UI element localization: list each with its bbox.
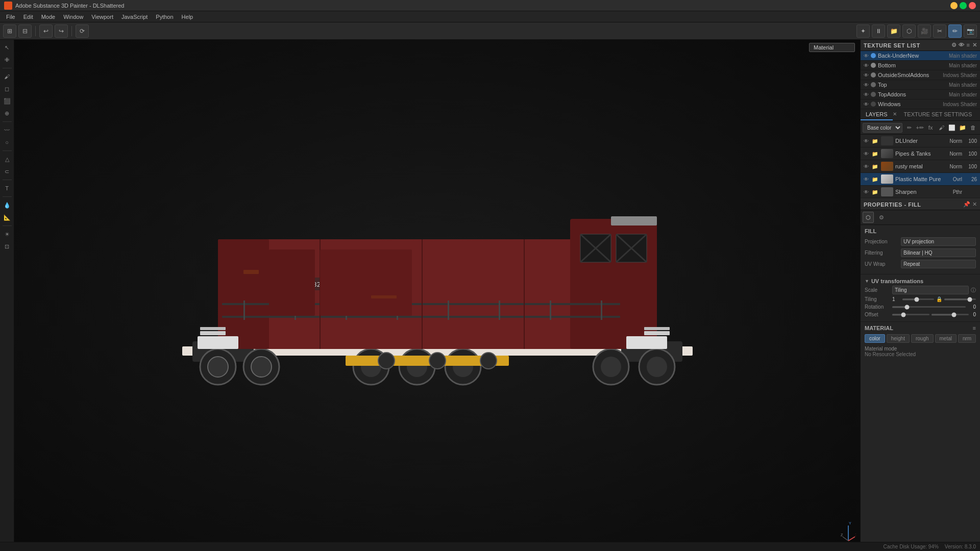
- menu-python[interactable]: Python: [152, 13, 177, 21]
- lt-blur-tool[interactable]: ○: [2, 137, 13, 148]
- tab-layers[interactable]: LAYERS: [861, 109, 893, 120]
- lt-smudge-tool[interactable]: 〰: [2, 124, 13, 136]
- layer-folder-4[interactable]: 📁: [872, 177, 879, 182]
- toolbar-folder-btn[interactable]: 📁: [887, 24, 900, 38]
- layer-fill-icon[interactable]: ⬜: [947, 122, 957, 133]
- menu-file[interactable]: File: [2, 13, 19, 21]
- prop-pin-icon[interactable]: 📌: [963, 201, 970, 208]
- layer-eye-4[interactable]: 👁: [864, 177, 870, 182]
- toolbar-redo-btn[interactable]: ↪: [55, 24, 68, 38]
- toolbar-camera-btn[interactable]: 🎥: [918, 24, 931, 38]
- layer-sharpen[interactable]: 👁 📁 Sharpen Pthr: [861, 186, 980, 198]
- menu-javascript[interactable]: JavaScript: [117, 13, 152, 21]
- uv-header[interactable]: ▼ UV transformations: [865, 277, 976, 286]
- rotation-slider[interactable]: [892, 306, 966, 308]
- layer-dlunder[interactable]: 👁 📁 DLUnder Norm 100: [861, 135, 980, 147]
- mat-tab-nrm[interactable]: nrm: [958, 334, 976, 343]
- tsl-close-icon[interactable]: ✕: [972, 42, 977, 48]
- scale-select[interactable]: Tiling Real World: [892, 286, 969, 294]
- texture-item-bottom[interactable]: 👁 Bottom Main shader: [861, 61, 980, 70]
- toolbar-snapshot-btn[interactable]: 📷: [964, 24, 977, 38]
- lt-paint-tool[interactable]: 🖌: [2, 71, 13, 82]
- layer-fx-icon[interactable]: fx: [926, 122, 936, 133]
- tsl-settings-icon[interactable]: ⚙: [951, 42, 957, 48]
- layer-trash-icon[interactable]: 🗑: [968, 122, 978, 133]
- tab-texture-set-settings[interactable]: TEXTURE SET SETTINGS: [899, 109, 977, 120]
- menu-mode[interactable]: Mode: [37, 13, 60, 21]
- mat-tab-rough[interactable]: rough: [911, 334, 934, 343]
- layer-eye-3[interactable]: 👁: [864, 164, 870, 169]
- tsl-list-icon[interactable]: ≡: [967, 42, 970, 48]
- layer-add-paint-icon[interactable]: +✏: [915, 122, 925, 133]
- toolbar-grid-btn[interactable]: ⊞: [3, 24, 16, 38]
- layer-brush-icon[interactable]: 🖌: [937, 122, 946, 133]
- prop-close-icon[interactable]: ✕: [972, 201, 977, 208]
- menu-viewport[interactable]: Viewport: [87, 13, 117, 21]
- layer-eye-2[interactable]: 👁: [864, 151, 870, 157]
- toolbar-pen-btn[interactable]: ✏: [948, 24, 962, 38]
- lt-env-tool[interactable]: ☀: [2, 229, 13, 240]
- texture-item-windows[interactable]: 👁 Windows Indows Shader: [861, 99, 980, 109]
- offset-slider-y[interactable]: [932, 314, 969, 315]
- tiling-slider-x[interactable]: [902, 298, 934, 300]
- close-button[interactable]: ✕: [969, 2, 976, 9]
- toolbar-pause-btn[interactable]: ⏸: [872, 24, 885, 38]
- uv-wrap-select[interactable]: Repeat Clamp Mirror: [901, 260, 976, 268]
- lt-crop-tool[interactable]: ⊡: [2, 241, 13, 252]
- mat-tab-color[interactable]: color: [865, 334, 885, 343]
- tiling-slider-y[interactable]: [944, 298, 976, 300]
- layer-folder-1[interactable]: 📁: [872, 138, 879, 144]
- menu-edit[interactable]: Edit: [19, 13, 37, 21]
- maximize-button[interactable]: □: [960, 2, 967, 9]
- toolbar-paint-icon[interactable]: ✦: [856, 24, 870, 38]
- lt-erase-tool[interactable]: ◻: [2, 83, 13, 94]
- layer-folder-2[interactable]: 📁: [872, 151, 879, 157]
- tex-eye-5[interactable]: 👁: [864, 92, 869, 97]
- layer-rusty[interactable]: 👁 📁 rusty metal Norm 100: [861, 160, 980, 173]
- mat-tab-metal[interactable]: metal: [935, 334, 957, 343]
- layer-eye-5[interactable]: 👁: [864, 189, 870, 195]
- shader-mode-select[interactable]: Material Base Color Roughness: [809, 43, 855, 52]
- toolbar-scissors-btn[interactable]: ✂: [933, 24, 946, 38]
- texture-item-top[interactable]: 👁 Top Main shader: [861, 80, 980, 90]
- lt-measure-tool[interactable]: 📐: [2, 212, 13, 223]
- lt-select-tool[interactable]: ↖: [2, 42, 13, 53]
- lt-clone-tool[interactable]: ⊕: [2, 108, 13, 119]
- lt-eyedrop-tool[interactable]: 💧: [2, 199, 13, 211]
- prop-tab-material[interactable]: ⬡: [863, 212, 874, 223]
- lock-icon[interactable]: 🔒: [936, 296, 942, 302]
- layer-plastic-matte[interactable]: 👁 📁 Plastic Matte Pure Ovrl 26: [861, 173, 980, 186]
- layer-folder-5[interactable]: 📁: [872, 189, 879, 195]
- minimize-button[interactable]: −: [950, 2, 958, 9]
- scale-info-icon[interactable]: ⓘ: [971, 287, 976, 294]
- texture-item-outside-smol[interactable]: 👁 OutsideSmolAddons Indows Shader: [861, 70, 980, 80]
- menu-help[interactable]: Help: [178, 13, 198, 21]
- layer-eye-1[interactable]: 👁: [864, 138, 870, 144]
- lt-polygon-tool[interactable]: △: [2, 154, 13, 165]
- mat-tab-height[interactable]: height: [887, 334, 910, 343]
- texture-item-topaddons[interactable]: 👁 TopAddons Main shader: [861, 90, 980, 99]
- tsl-eye-icon[interactable]: 👁: [959, 42, 965, 48]
- toolbar-undo-btn[interactable]: ↩: [39, 24, 53, 38]
- tex-eye-2[interactable]: 👁: [864, 63, 869, 68]
- material-settings-icon[interactable]: ≡: [973, 325, 976, 331]
- tex-eye-6[interactable]: 👁: [864, 102, 869, 107]
- prop-tab-settings[interactable]: ⚙: [876, 212, 887, 223]
- tex-eye-3[interactable]: 👁: [864, 72, 869, 78]
- menu-window[interactable]: Window: [59, 13, 87, 21]
- texture-item-back-undernew[interactable]: 👁 Back-UnderNew Main shader: [861, 51, 980, 61]
- lt-fill-tool[interactable]: ⬛: [2, 95, 13, 107]
- lt-transform-tool[interactable]: ✙: [2, 54, 13, 65]
- layer-folder-icon[interactable]: 📁: [958, 122, 967, 133]
- tex-eye-4[interactable]: 👁: [864, 82, 869, 88]
- layer-folder-3[interactable]: 📁: [872, 164, 879, 169]
- offset-slider-x[interactable]: [892, 314, 929, 315]
- lt-lasso-tool[interactable]: ⊂: [2, 166, 13, 177]
- layer-paint-icon[interactable]: ✏: [904, 122, 914, 133]
- layer-pipes[interactable]: 👁 📁 Pipes & Tanks Norm 100: [861, 147, 980, 160]
- toolbar-grid2-btn[interactable]: ⊟: [18, 24, 32, 38]
- layers-tab-close[interactable]: ✕: [893, 109, 899, 120]
- projection-select[interactable]: UV projection Planar Triplanar: [901, 237, 976, 246]
- base-color-select[interactable]: Base color: [863, 123, 902, 133]
- toolbar-material-btn[interactable]: ⬡: [902, 24, 916, 38]
